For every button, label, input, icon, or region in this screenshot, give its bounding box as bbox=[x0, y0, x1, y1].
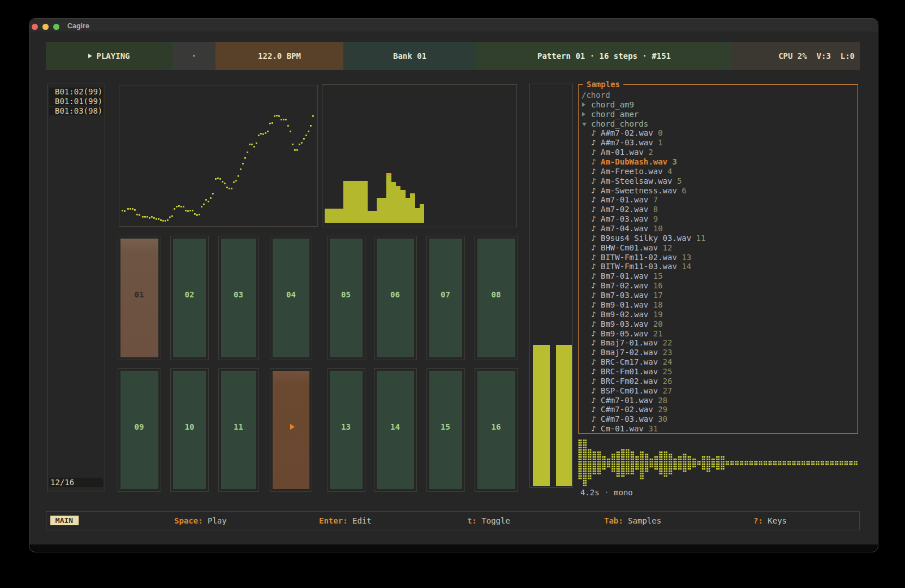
folder-row-chord_am9[interactable]: chord_am9 bbox=[579, 100, 857, 110]
transport-segment-play-status[interactable]: PLAYING bbox=[46, 42, 173, 70]
sample-file-index: 14 bbox=[682, 262, 691, 271]
pattern-list-item[interactable]: B01:01(99) bbox=[49, 97, 103, 106]
sample-file-index: 29 bbox=[658, 405, 667, 414]
pad-04[interactable]: 04 bbox=[270, 236, 312, 360]
waveform-channels: mono bbox=[614, 488, 633, 497]
pad-fill: 07 bbox=[429, 239, 462, 357]
sample-file-row[interactable]: ♪B9sus4 Silky 03.wav 11 bbox=[579, 234, 857, 243]
sample-file-row[interactable]: ♪Bm7-02.wav 16 bbox=[579, 281, 857, 291]
transport-segment-label: · bbox=[192, 51, 196, 60]
pad-02[interactable]: 02 bbox=[170, 236, 209, 360]
close-button[interactable] bbox=[32, 24, 38, 30]
sample-file-row[interactable]: ♪Bm7-03.wav 17 bbox=[579, 291, 857, 300]
pad-12[interactable] bbox=[270, 368, 312, 492]
sample-file-row[interactable]: ♪Bm9-01.wav 18 bbox=[579, 300, 857, 310]
sample-file-row[interactable]: ♪BITW-Fm11-02.wav 13 bbox=[579, 253, 857, 262]
transport-segment-label: CPU 2% V:3 L:0 bbox=[778, 51, 855, 60]
pad-13[interactable]: 13 bbox=[327, 368, 365, 492]
pad-fill: 01 bbox=[120, 239, 158, 357]
pad-14[interactable]: 14 bbox=[374, 368, 417, 492]
pad-01[interactable]: 01 bbox=[118, 236, 161, 360]
sample-file-row[interactable]: ♪C#m7-03.wav 30 bbox=[579, 414, 857, 424]
sample-file-row[interactable]: ♪Bm9-02.wav 19 bbox=[579, 310, 857, 319]
sample-file-row[interactable]: ♪BRC-Fm01.wav 25 bbox=[579, 367, 857, 377]
transport-segment-pattern[interactable]: Pattern 01 · 16 steps · #151 bbox=[476, 42, 732, 70]
status-bar: MAIN Space: PlayEnter: Editt: ToggleTab:… bbox=[46, 511, 860, 530]
sample-file-row[interactable]: ♪BRC-Fm02.wav 26 bbox=[579, 377, 857, 386]
sample-file-row[interactable]: ♪BHW-Cm01.wav 12 bbox=[579, 243, 857, 253]
scatter-chart-panel bbox=[119, 85, 318, 227]
sample-file-row[interactable]: ♪C#m7-02.wav 29 bbox=[579, 405, 857, 414]
sample-file-index: 17 bbox=[653, 291, 663, 300]
minimize-button[interactable] bbox=[42, 24, 49, 30]
sample-file-row[interactable]: ♪A#m7-02.wav 0 bbox=[579, 128, 857, 138]
sample-file-row[interactable]: ♪Am7-01.wav 7 bbox=[579, 195, 857, 205]
pad-08[interactable]: 08 bbox=[475, 236, 518, 360]
pad-fill: 09 bbox=[120, 371, 158, 489]
folder-row-chord_chords[interactable]: chord_chords bbox=[579, 119, 857, 129]
music-note-icon: ♪ bbox=[591, 253, 596, 262]
music-note-icon: ♪ bbox=[591, 167, 596, 176]
transport-segment-bpm[interactable]: 122.0 BPM bbox=[216, 42, 343, 70]
pattern-list-item[interactable]: B01:02(99) bbox=[49, 88, 103, 97]
transport-segment-bank[interactable]: Bank 01 bbox=[343, 42, 476, 70]
pad-07[interactable]: 07 bbox=[426, 236, 465, 360]
sample-file-row[interactable]: ♪BSP-Cm01.wav 27 bbox=[579, 386, 857, 396]
folder-name: chord_chords bbox=[591, 119, 648, 129]
sample-file-index: 21 bbox=[653, 329, 663, 338]
pad-03[interactable]: 03 bbox=[218, 236, 259, 360]
pad-09[interactable]: 09 bbox=[118, 368, 161, 492]
music-note-icon: ♪ bbox=[591, 157, 596, 167]
pad-10[interactable]: 10 bbox=[170, 368, 209, 492]
sample-file-row[interactable]: ♪Bm7-01.wav 15 bbox=[579, 271, 857, 281]
pad-16[interactable]: 16 bbox=[475, 368, 518, 492]
music-note-icon: ♪ bbox=[591, 243, 596, 253]
sample-file-row[interactable]: ♪Am-Freeto.wav 4 bbox=[579, 167, 857, 176]
sample-file-row[interactable]: ♪Am7-02.wav 8 bbox=[579, 205, 857, 214]
music-note-icon: ♪ bbox=[591, 128, 596, 138]
music-note-icon: ♪ bbox=[591, 424, 596, 434]
sample-file-index: 6 bbox=[682, 186, 686, 195]
sample-file-index: 28 bbox=[658, 396, 667, 405]
sample-file-index: 16 bbox=[653, 281, 663, 290]
sample-file-row[interactable]: ♪Am-Sweetness.wav 6 bbox=[579, 186, 857, 196]
level-meter-panel bbox=[529, 84, 573, 488]
sample-file-row[interactable]: ♪BRC-Cm17.wav 24 bbox=[579, 357, 857, 367]
zoom-button[interactable] bbox=[53, 24, 59, 30]
sample-file-row[interactable]: ♪BITW-Fm11-03.wav 14 bbox=[579, 262, 857, 271]
pad-15[interactable]: 15 bbox=[426, 368, 465, 492]
window-title: Cagire bbox=[67, 19, 89, 33]
sample-file-row[interactable]: ♪Am7-04.wav 10 bbox=[579, 224, 857, 234]
folder-row-chord_amer[interactable]: chord_amer bbox=[579, 110, 857, 119]
pad-fill: 16 bbox=[477, 371, 515, 489]
pad-06[interactable]: 06 bbox=[374, 236, 417, 360]
sample-file-row[interactable]: ♪Am7-03.wav 9 bbox=[579, 214, 857, 224]
sample-file-row[interactable]: ♪Bmaj7-02.wav 23 bbox=[579, 348, 857, 357]
shortcut-label: Keys bbox=[763, 516, 787, 525]
sample-file-name: Am-Steelsaw.wav 5 bbox=[601, 176, 682, 186]
pad-11[interactable]: 11 bbox=[218, 368, 259, 492]
sample-file-row[interactable]: ♪Bm9-05.wav 21 bbox=[579, 329, 857, 339]
sample-file-index: 8 bbox=[653, 205, 658, 214]
samples-browser: Samples /chordchord_am9chord_amerchord_c… bbox=[578, 84, 858, 434]
pad-05[interactable]: 05 bbox=[327, 236, 365, 360]
sample-file-row[interactable]: ♪Am-DubWash.wav 3 bbox=[579, 157, 857, 167]
sample-file-name: Am7-03.wav 9 bbox=[601, 214, 658, 224]
pattern-list-item[interactable]: B01:03(98) bbox=[49, 107, 103, 116]
music-note-icon: ♪ bbox=[591, 338, 596, 348]
sample-file-name: BRC-Fm01.wav 25 bbox=[601, 367, 672, 377]
sample-file-row[interactable]: ♪Bm9-03.wav 20 bbox=[579, 319, 857, 329]
sample-file-row[interactable]: ♪Cm-01.wav 31 bbox=[579, 424, 857, 434]
sample-file-row[interactable]: ♪Bmaj7-01.wav 22 bbox=[579, 338, 857, 348]
pad-playing-icon bbox=[290, 424, 295, 430]
sample-file-name: C#m7-01.wav 28 bbox=[601, 396, 667, 405]
sample-file-row[interactable]: ♪Am-01.wav 2 bbox=[579, 148, 857, 157]
folder-name: chord_amer bbox=[591, 110, 639, 119]
sample-file-index: 22 bbox=[663, 338, 673, 347]
music-note-icon: ♪ bbox=[591, 281, 596, 291]
pad-number: 03 bbox=[234, 290, 243, 299]
sample-file-row[interactable]: ♪C#m7-01.wav 28 bbox=[579, 396, 857, 405]
sample-file-row[interactable]: ♪Am-Steelsaw.wav 5 bbox=[579, 176, 857, 186]
sample-file-name: B9sus4 Silky 03.wav 11 bbox=[601, 234, 705, 243]
sample-file-row[interactable]: ♪A#m7-03.wav 1 bbox=[579, 138, 857, 148]
